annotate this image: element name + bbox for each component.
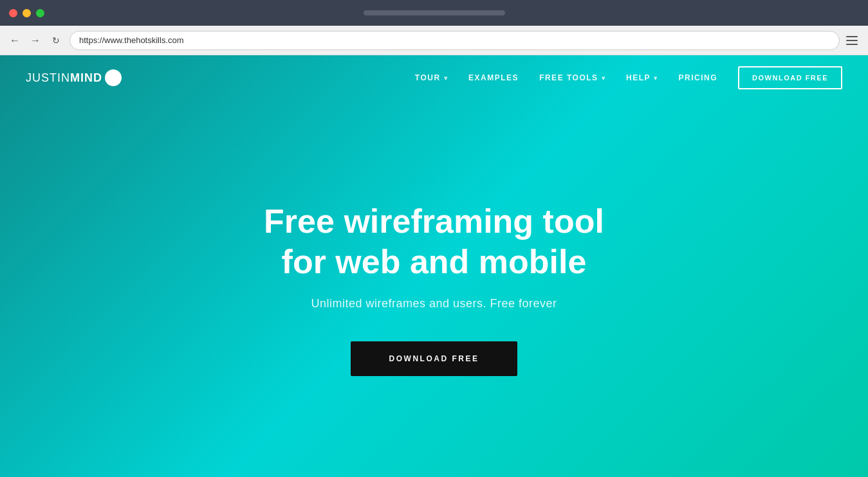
address-bar[interactable]	[69, 31, 840, 50]
minimize-window-button[interactable]	[23, 9, 31, 17]
nav-link-help[interactable]: HELP ▾	[626, 73, 658, 82]
refresh-button[interactable]: ↻	[49, 33, 63, 48]
nav-item-tour[interactable]: TOUR ▾	[415, 73, 448, 82]
mac-address-indicator	[364, 10, 505, 15]
nav-item-free-tools[interactable]: FREE TOOLS ▾	[539, 73, 605, 82]
nav-label-help: HELP	[626, 73, 651, 82]
mac-window-buttons	[9, 9, 44, 17]
close-window-button[interactable]	[9, 9, 17, 17]
nav-item-help[interactable]: HELP ▾	[626, 73, 658, 82]
hero-subtitle: Unlimited wireframes and users. Free for…	[311, 297, 557, 310]
nav-links: TOUR ▾ EXAMPLES FREE TOOLS ▾ HELP ▾	[415, 73, 717, 82]
chevron-down-icon: ▾	[654, 75, 658, 82]
logo-mind: MIND	[70, 71, 102, 85]
nav-link-pricing[interactable]: PRICING	[679, 73, 718, 82]
forward-button[interactable]: →	[28, 33, 42, 48]
logo-justin: JUSTIN	[26, 71, 70, 85]
menu-line	[846, 40, 858, 41]
nav-download-button[interactable]: DOWNLOAD FREE	[738, 66, 842, 89]
logo[interactable]: JUSTINMIND	[26, 69, 122, 86]
hero-title-line1: Free wireframing tool	[264, 203, 604, 240]
nav-label-tour: TOUR	[415, 73, 441, 82]
browser-menu-button[interactable]	[846, 33, 860, 48]
nav-label-pricing: PRICING	[679, 73, 718, 82]
mac-titlebar	[0, 0, 868, 26]
nav-label-examples: EXAMPLES	[468, 73, 519, 82]
back-button[interactable]: ←	[8, 33, 22, 48]
logo-circle	[105, 69, 122, 86]
menu-line	[846, 44, 858, 45]
browser-toolbar: ← → ↻	[0, 26, 868, 55]
hero-title-line2: for web and mobile	[282, 243, 587, 280]
menu-line	[846, 36, 858, 37]
hero-section: Free wireframing tool for web and mobile…	[0, 100, 868, 477]
hero-download-button[interactable]: DOWNLOAD FREE	[351, 341, 518, 376]
chevron-down-icon: ▾	[444, 75, 448, 82]
nav-link-examples[interactable]: EXAMPLES	[468, 73, 519, 82]
nav-label-free-tools: FREE TOOLS	[539, 73, 598, 82]
nav-link-tour[interactable]: TOUR ▾	[415, 73, 448, 82]
nav-item-pricing[interactable]: PRICING	[679, 73, 718, 82]
maximize-window-button[interactable]	[36, 9, 44, 17]
chevron-down-icon: ▾	[602, 75, 606, 82]
navbar: JUSTINMIND TOUR ▾ EXAMPLES FREE TOOLS ▾	[0, 55, 868, 100]
nav-link-free-tools[interactable]: FREE TOOLS ▾	[539, 73, 605, 82]
nav-item-examples[interactable]: EXAMPLES	[468, 73, 519, 82]
website-content: JUSTINMIND TOUR ▾ EXAMPLES FREE TOOLS ▾	[0, 55, 868, 477]
hero-title: Free wireframing tool for web and mobile	[264, 201, 604, 282]
